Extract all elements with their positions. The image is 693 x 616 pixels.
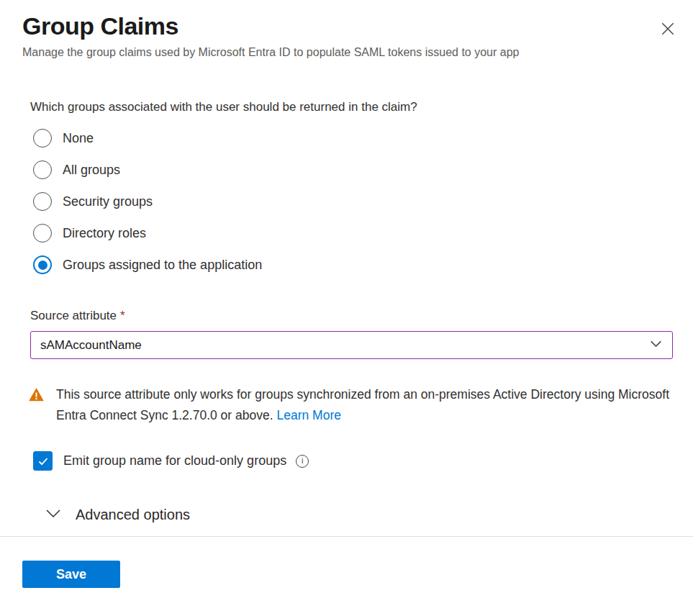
radio-icon <box>33 224 52 243</box>
footer-divider <box>0 536 693 537</box>
warning-text-body: This source attribute only works for gro… <box>56 387 669 422</box>
close-button[interactable] <box>656 17 680 42</box>
dropdown-selected-value: sAMAccountName <box>40 338 142 353</box>
panel-header: Group Claims Manage the group claims use… <box>0 9 693 60</box>
cloud-only-row: Emit group name for cloud-only groups i <box>33 451 693 471</box>
radio-icon <box>33 192 52 211</box>
radio-label: Groups assigned to the application <box>63 258 262 273</box>
chevron-down-icon <box>648 336 663 354</box>
radio-icon <box>33 255 52 274</box>
advanced-options-toggle[interactable]: Advanced options <box>45 506 693 523</box>
radio-option-groups-assigned[interactable]: Groups assigned to the application <box>33 255 693 275</box>
question-label: Which groups associated with the user sh… <box>30 99 693 114</box>
group-claims-panel: Group Claims Manage the group claims use… <box>0 0 693 588</box>
radio-icon <box>33 129 52 148</box>
radio-option-none[interactable]: None <box>33 128 693 148</box>
source-attribute-label: Source attribute* <box>30 309 693 323</box>
page-title: Group Claims <box>22 10 671 42</box>
cloud-only-label: Emit group name for cloud-only groups <box>63 453 286 468</box>
learn-more-link[interactable]: Learn More <box>276 408 341 422</box>
warning-text: This source attribute only works for gro… <box>56 384 669 426</box>
required-asterisk: * <box>120 309 125 322</box>
radio-label: All groups <box>63 163 120 178</box>
info-icon[interactable]: i <box>296 455 309 468</box>
cloud-only-checkbox[interactable] <box>33 451 53 471</box>
radio-label: None <box>63 131 94 146</box>
radio-label: Directory roles <box>63 226 146 241</box>
group-selection-radio-group: None All groups Security groups Director… <box>33 128 693 275</box>
chevron-expand-icon <box>45 506 62 523</box>
save-button[interactable]: Save <box>22 561 120 588</box>
close-icon <box>660 21 676 39</box>
source-attribute-label-text: Source attribute <box>30 309 117 322</box>
radio-option-all-groups[interactable]: All groups <box>33 160 693 180</box>
radio-option-security-groups[interactable]: Security groups <box>33 191 693 212</box>
radio-label: Security groups <box>63 194 153 209</box>
advanced-options-label: Advanced options <box>76 507 190 523</box>
warning-message: This source attribute only works for gro… <box>29 384 669 426</box>
panel-subtitle: Manage the group claims used by Microsof… <box>22 45 671 60</box>
radio-option-directory-roles[interactable]: Directory roles <box>33 223 693 243</box>
warning-triangle-icon <box>29 388 44 404</box>
radio-icon <box>33 160 52 179</box>
source-attribute-dropdown[interactable]: sAMAccountName <box>30 331 673 359</box>
